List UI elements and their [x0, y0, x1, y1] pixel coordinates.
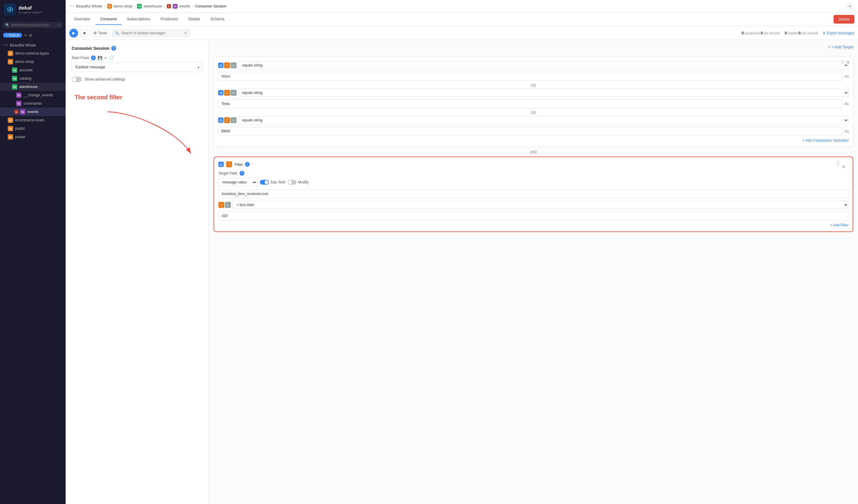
help-icon-start-from[interactable]: ? — [91, 55, 96, 60]
export-messages-button[interactable]: ⬇ Export messages — [823, 31, 854, 35]
or-divider-1: OR — [218, 83, 849, 87]
op-select-2[interactable]: equals string — [238, 88, 849, 97]
sidebar-item-public[interactable]: te public — [0, 124, 66, 133]
add-filter-btn[interactable]: + Add Filter — [830, 223, 848, 227]
add-comparison-btn[interactable]: + Add Comparison Operation — [803, 139, 849, 143]
search-icon: 🔍 — [115, 31, 119, 35]
op-select-1[interactable]: equals string — [238, 61, 849, 69]
op-row-3: ⏻ ! ≡ equals string — [218, 116, 849, 124]
op-select-3[interactable]: equals string — [238, 116, 849, 124]
power-btn-f2[interactable]: ⏻ — [218, 162, 224, 167]
drag-handle-f2[interactable]: ⠿ — [837, 161, 840, 166]
help-icon-filter[interactable]: ? — [245, 162, 250, 167]
tools-button[interactable]: ⚙ Tools — [91, 29, 110, 37]
sidebar-item-ecommerce-team[interactable]: te ecommerce-team — [0, 116, 66, 124]
value-input-2[interactable] — [218, 99, 842, 108]
and-divider: AND — [213, 150, 853, 153]
help-icon[interactable]: ? — [111, 46, 116, 51]
te-badge: te — [8, 59, 13, 64]
sidebar-item-label: public — [15, 127, 25, 131]
modify-toggle-btn[interactable] — [288, 180, 297, 184]
sidebar-item-commands[interactable]: to commands — [0, 99, 66, 108]
to-badge: to — [16, 93, 21, 98]
clear-search-icon[interactable]: ✕ — [184, 31, 187, 35]
breadcrumb-warehouse[interactable]: warehouse — [143, 4, 162, 9]
close-tag-btn[interactable]: ✕ — [24, 33, 27, 37]
sidebar-item-change-events[interactable]: to __change_events — [0, 91, 66, 99]
value-input-f2[interactable] — [218, 211, 848, 221]
sidebar-header: dekaf for Apache Pulsar™ — [0, 0, 66, 19]
expand-tag-btn[interactable]: ⊞ — [29, 33, 32, 37]
stop-button[interactable]: ■ — [81, 29, 88, 37]
op-row-f2: ! ≡ < less than — [218, 201, 848, 209]
te-badge: te — [107, 4, 112, 9]
breadcrumb-demo-shop[interactable]: demo-shop — [114, 4, 132, 9]
to-badge: to — [173, 4, 177, 9]
p-badge: p — [167, 4, 171, 9]
sidebar-item-account[interactable]: ns account — [0, 66, 66, 74]
sidebar-item-beautiful-whale[interactable]: 〰 Beautiful Whale — [0, 42, 66, 49]
tab-bar: Overview Consume Subscriptions Producers… — [66, 13, 858, 26]
breadcrumb-events[interactable]: events — [179, 4, 190, 9]
save-icon[interactable]: 💾 — [98, 56, 102, 60]
ns-badge: ns — [12, 84, 17, 90]
start-from-label: Start From ? 💾 ✏ 📄 — [72, 55, 203, 60]
sidebar-item-catalog[interactable]: ns catalog — [0, 74, 66, 83]
sub-field-toggle-btn[interactable] — [260, 180, 269, 184]
help-icon-target-field[interactable]: ? — [240, 171, 244, 176]
value-input-1[interactable] — [218, 72, 842, 81]
filter-close-btn[interactable]: ✕ — [846, 60, 850, 65]
breadcrumb-sep: › — [104, 4, 105, 9]
power-btn-2[interactable]: ⏻ — [218, 90, 223, 95]
plus-icon: + — [828, 45, 830, 49]
field-select-f2[interactable]: message value — [218, 178, 257, 186]
edit-icon[interactable]: ✏ — [104, 56, 107, 60]
breadcrumb-beautiful-whale[interactable]: Beautiful Whale — [76, 4, 102, 9]
filter-title-f2: Filter ? — [235, 162, 250, 167]
ns-badge: ns — [12, 76, 17, 81]
tab-details[interactable]: Details — [184, 14, 205, 25]
delete-button[interactable]: Delete — [833, 15, 854, 23]
sidebar-item-demo-shop[interactable]: te demo-shop — [0, 58, 66, 66]
to-badge: to — [16, 101, 21, 106]
add-target-button[interactable]: + + Add Target — [828, 45, 853, 49]
op-row-2: ⏻ ! ≡ equals string — [218, 88, 849, 97]
toolbar-stats: 0 processed 0 per second 0 loaded 0 per … — [742, 31, 854, 35]
op-row-1: ⏻ ! ≡ equals string — [218, 61, 849, 69]
content-area: Consumer Session ? Start From ? 💾 ✏ 📄 Ea… — [66, 40, 858, 504]
value-input-3[interactable] — [218, 127, 842, 136]
tab-producers[interactable]: Producers — [156, 14, 183, 25]
drag-handle[interactable]: ⠿ — [841, 60, 844, 65]
sidebar-search-input[interactable] — [11, 23, 56, 27]
clear-search-icon[interactable]: ✕ — [58, 23, 60, 27]
power-btn-1[interactable]: ⏻ — [218, 63, 223, 68]
doc-icon[interactable]: 📄 — [109, 56, 114, 60]
sidebar-item-label: demo-schema-types — [15, 51, 49, 55]
tools-label: Tools — [98, 31, 107, 35]
value-row-f2 — [218, 211, 848, 221]
start-from-select[interactable]: Earliest message Latest message Specific… — [72, 62, 203, 72]
tab-subscriptions[interactable]: Subscriptions — [122, 14, 155, 25]
sidebar-item-demo-schema-types[interactable]: te demo-schema-types — [0, 49, 66, 58]
sidebar-item-warehouse[interactable]: ns warehouse — [0, 83, 66, 91]
op-select-f2[interactable]: < less than — [233, 201, 848, 209]
play-button[interactable]: ▶ — [69, 29, 78, 37]
sidebar-item-events[interactable]: p to events — [0, 108, 66, 116]
info-badge-3: ≡ — [231, 117, 237, 123]
copy-breadcrumb-btn[interactable]: ⧉ — [847, 3, 853, 9]
search-input[interactable] — [121, 31, 182, 35]
sidebar-item-pulsar[interactable]: te pulsar — [0, 133, 66, 141]
loaded-stat: 0 loaded 0 per second — [784, 31, 818, 35]
sidebar: dekaf for Apache Pulsar™ 🔍 ✕ ● Default ✕… — [0, 0, 66, 504]
tab-consume[interactable]: Consume — [95, 14, 122, 25]
field-path-input[interactable] — [218, 189, 848, 198]
tab-schema[interactable]: Schema — [206, 14, 229, 25]
tab-overview[interactable]: Overview — [69, 14, 95, 25]
sidebar-tags: ● Default ✕ ⊞ — [0, 31, 66, 40]
advanced-settings-toggle[interactable] — [72, 77, 82, 82]
power-btn-3[interactable]: ⏻ — [218, 117, 223, 123]
default-tag-btn[interactable]: ● Default — [3, 33, 22, 37]
filter-close-btn-f2[interactable]: ✕ — [842, 164, 845, 169]
search-box[interactable]: 🔍 ✕ — [112, 30, 190, 37]
field-controls-row: message value Sub. field Modify — [218, 178, 848, 186]
